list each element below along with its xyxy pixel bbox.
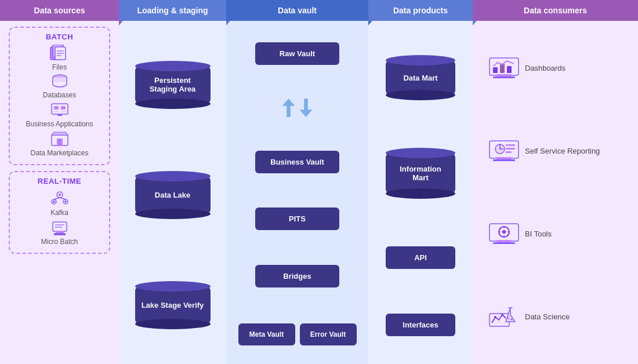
header-sources: Data sources xyxy=(0,0,119,21)
svg-rect-44 xyxy=(493,242,515,244)
svg-rect-10 xyxy=(54,111,59,112)
header-consumers: Data consumers xyxy=(473,0,638,21)
self-service-label: Self Service Reporting xyxy=(525,147,600,155)
files-icon xyxy=(49,45,70,62)
meta-vault-box: Meta Vault xyxy=(238,323,295,345)
im-cyl-bottom xyxy=(386,188,455,199)
marketplaces-label: Data Marketplaces xyxy=(30,149,88,157)
dm-cyl-bottom xyxy=(386,90,455,100)
svg-line-20 xyxy=(60,198,66,199)
svg-rect-37 xyxy=(493,159,515,161)
svg-rect-36 xyxy=(496,157,512,159)
svg-rect-8 xyxy=(54,106,59,110)
marketplaces-item: Data Marketplaces xyxy=(14,130,104,157)
data-mart-cylinder: Data Mart xyxy=(386,55,455,100)
svg-rect-9 xyxy=(61,106,66,110)
svg-rect-32 xyxy=(493,67,498,73)
svg-rect-34 xyxy=(507,66,512,73)
cyl-bottom-2 xyxy=(135,209,211,219)
svg-point-56 xyxy=(507,317,509,319)
im-cyl-top xyxy=(386,148,455,158)
kafka-icon xyxy=(49,189,70,208)
persistent-staging-cylinder: Persistent Staging Area xyxy=(135,61,211,109)
interfaces-box: Interfaces xyxy=(386,314,455,336)
architecture-diagram: Data sources BATCH Files xyxy=(0,0,638,364)
realtime-label: REAL-TIME xyxy=(14,177,104,185)
svg-rect-40 xyxy=(506,148,515,150)
bi-tools-item: BI Tools xyxy=(487,220,614,249)
pits-box: PITS xyxy=(255,208,339,230)
data-lake-label: Data Lake xyxy=(135,176,211,214)
col-vault: Data vault Raw Vault Business Vault PITS… xyxy=(226,0,368,364)
svg-point-21 xyxy=(59,194,61,196)
svg-rect-41 xyxy=(506,151,512,153)
files-item: Files xyxy=(14,45,104,71)
information-mart-cylinder: Information Mart xyxy=(386,148,455,199)
sources-content: BATCH Files xyxy=(0,21,119,364)
lake-stage-cylinder: Lake Stage Verify xyxy=(135,281,211,329)
svg-rect-43 xyxy=(496,240,512,242)
svg-rect-24 xyxy=(53,222,67,231)
business-apps-icon xyxy=(49,101,70,119)
data-science-label: Data Science xyxy=(525,312,570,321)
svg-rect-11 xyxy=(61,111,66,112)
svg-point-23 xyxy=(64,201,67,203)
batch-label: BATCH xyxy=(14,32,104,41)
svg-rect-31 xyxy=(493,77,515,78)
products-content: Data Mart Information Mart API Interface… xyxy=(368,21,473,364)
error-vault-box: Error Vault xyxy=(300,323,357,345)
header-products: Data products xyxy=(368,0,473,21)
persistent-staging-label: Persistent Staging Area xyxy=(135,66,211,104)
svg-point-54 xyxy=(494,316,496,318)
kafka-item: Kafka xyxy=(14,189,104,217)
col-sources: Data sources BATCH Files xyxy=(0,0,119,364)
self-service-icon xyxy=(487,137,521,166)
svg-rect-30 xyxy=(496,74,512,77)
bridges-box: Bridges xyxy=(255,265,339,287)
consumers-content: Dashboards Self Service Re xyxy=(473,21,638,364)
cyl-top-3 xyxy=(135,281,211,292)
microbatch-icon xyxy=(49,219,70,236)
cyl-top-1 xyxy=(135,61,211,71)
business-apps-label: Business Applications xyxy=(26,120,93,128)
dm-cyl-top xyxy=(386,55,455,65)
lake-stage-label: Lake Stage Verify xyxy=(135,286,211,324)
svg-rect-33 xyxy=(500,64,505,73)
business-vault-box: Business Vault xyxy=(255,151,339,173)
svg-point-55 xyxy=(501,314,503,316)
kafka-label: Kafka xyxy=(50,209,68,217)
databases-item: Databases xyxy=(14,74,104,99)
dashboards-label: Dashboards xyxy=(525,64,566,72)
data-lake-cylinder: Data Lake xyxy=(135,171,211,219)
dashboards-item: Dashboards xyxy=(487,54,614,83)
dashboards-icon xyxy=(487,54,521,83)
header-loading: Loading & staging xyxy=(119,0,226,21)
microbatch-label: Micro Batch xyxy=(41,238,78,246)
bi-tools-icon xyxy=(487,220,521,249)
self-service-item: Self Service Reporting xyxy=(487,137,614,166)
svg-rect-28 xyxy=(54,233,66,235)
cyl-top-2 xyxy=(135,171,211,181)
col-loading: Loading & staging Persistent Staging Are… xyxy=(119,0,226,364)
svg-rect-12 xyxy=(57,114,62,116)
arrow-down xyxy=(300,99,313,117)
arrow-up xyxy=(282,99,295,117)
raw-vault-box: Raw Vault xyxy=(255,42,339,65)
svg-line-19 xyxy=(54,198,60,199)
batch-box: BATCH Files xyxy=(9,27,110,165)
microbatch-item: Micro Batch xyxy=(14,219,104,246)
col-products: Data products Data Mart Information Mart… xyxy=(368,0,473,364)
vault-content: Raw Vault Business Vault PITS Bridges Me… xyxy=(226,21,368,364)
databases-label: Databases xyxy=(43,91,76,99)
information-mart-label: Information Mart xyxy=(386,153,455,194)
svg-rect-39 xyxy=(506,144,515,146)
bi-tools-label: BI Tools xyxy=(525,230,552,238)
business-apps-item: Business Applications xyxy=(14,101,104,128)
files-label: Files xyxy=(52,63,67,71)
cyl-bottom-1 xyxy=(135,99,211,109)
data-science-item: Data Science xyxy=(487,303,614,332)
svg-point-22 xyxy=(53,201,55,203)
data-science-icon xyxy=(487,303,521,332)
realtime-box: REAL-TIME Kafka xyxy=(9,171,110,254)
col-consumers: Data consumers Dashboards xyxy=(473,0,638,364)
